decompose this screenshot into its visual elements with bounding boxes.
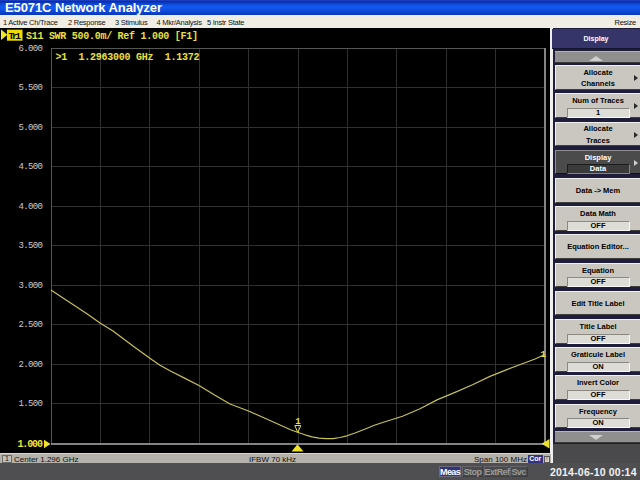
svg-text:1: 1 <box>541 350 547 360</box>
svg-text:S11 SWR 500.0m/ Ref 1.000 [F1]: S11 SWR 500.0m/ Ref 1.000 [F1] <box>26 31 198 42</box>
svg-text:4.000: 4.000 <box>19 202 44 212</box>
svg-text:5.000: 5.000 <box>19 123 44 133</box>
svg-text:2.000: 2.000 <box>19 360 44 370</box>
svg-text:>1 1.2963000 GHz 1.1372: >1 1.2963000 GHz 1.1372 <box>56 52 200 63</box>
svg-text:3.000: 3.000 <box>19 281 44 291</box>
svg-text:4.500: 4.500 <box>19 162 44 172</box>
svg-text:Tr1: Tr1 <box>9 31 22 42</box>
svg-text:1.500: 1.500 <box>19 399 44 409</box>
svg-text:1.000: 1.000 <box>18 439 44 450</box>
svg-text:3.500: 3.500 <box>19 241 44 251</box>
svg-text:2.500: 2.500 <box>19 320 44 330</box>
svg-text:6.000: 6.000 <box>19 44 44 54</box>
svg-text:5.500: 5.500 <box>19 83 44 93</box>
